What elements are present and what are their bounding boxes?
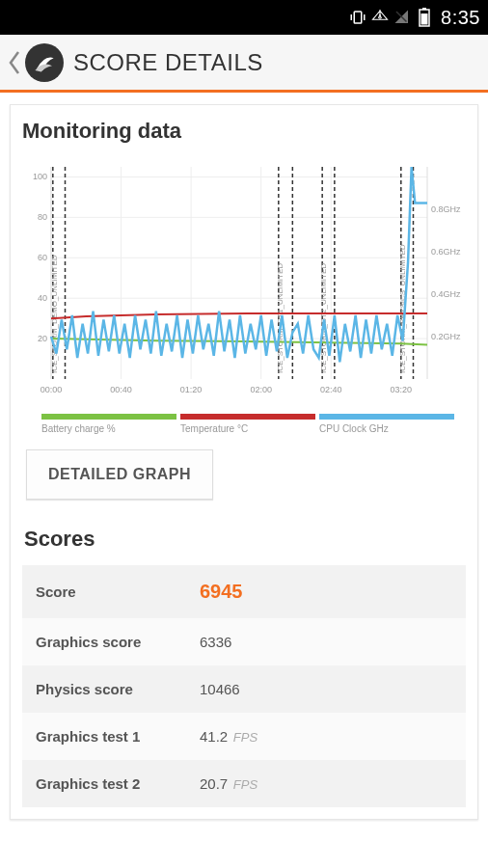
score-label: Score [36,583,200,600]
legend-bar-battery [41,414,176,420]
score-value: 20.7 FPS [200,775,258,792]
page-title: SCORE DETAILS [73,49,263,76]
svg-text:02:00: 02:00 [250,385,272,394]
score-suffix: FPS [230,777,258,792]
monitoring-chart[interactable]: 204060801000.2GHz0.4GHz0.6GHz0.8GHz00:00… [22,157,466,408]
legend-bar-cpu [319,414,454,420]
svg-text:ICE_STORM_GT2_UNLIMITED: ICE_STORM_GT2_UNLIMITED [319,263,328,373]
content-card: Monitoring data 204060801000.2GHz0.4GHz0… [10,104,478,820]
status-bar: A 8:35 [0,0,488,35]
svg-text:03:20: 03:20 [391,385,413,394]
monitoring-title: Monitoring data [22,119,466,144]
svg-text:A: A [378,14,383,19]
svg-text:01:20: 01:20 [180,385,203,394]
score-suffix: FPS [230,730,258,745]
wifi-icon: A [371,9,389,26]
app-logo-icon [25,43,64,82]
score-label: Graphics score [36,634,200,650]
legend-bars [41,414,466,420]
legend-label-cpu: CPU Clock GHz [319,423,454,434]
svg-text:ICE_STORM_DEMO_UNLIMITED: ICE_STORM_DEMO_UNLIMITED [50,255,59,373]
score-row: Graphics test 141.2 FPS [22,713,466,760]
svg-text:80: 80 [38,212,47,222]
score-row: Physics score10466 [22,665,466,713]
svg-text:00:40: 00:40 [110,385,132,394]
score-row: Graphics score6336 [22,618,466,665]
score-label: Graphics test 2 [36,775,200,792]
signal-icon [393,9,411,26]
svg-rect-0 [354,12,362,23]
score-row: Graphics test 220.7 FPS [22,760,466,807]
scores-title: Scores [24,527,466,552]
back-button[interactable] [8,43,64,82]
detailed-graph-button[interactable]: DETAILED GRAPH [26,449,213,500]
score-label: Physics score [36,681,200,697]
score-value: 10466 [200,681,240,697]
svg-text:0.6GHz: 0.6GHz [431,247,461,257]
svg-text:0.4GHz: 0.4GHz [431,289,461,299]
svg-text:00:00: 00:00 [41,385,63,394]
svg-text:40: 40 [38,293,47,303]
chevron-left-icon [8,50,21,75]
svg-rect-7 [421,14,428,25]
score-label: Graphics test 1 [36,728,200,745]
svg-text:0.8GHz: 0.8GHz [431,204,461,214]
score-value: 41.2 FPS [200,728,258,745]
score-value: 6336 [200,634,231,650]
legend-label-battery: Battery charge % [41,423,180,434]
svg-text:0.2GHz: 0.2GHz [431,332,461,341]
svg-text:60: 60 [38,253,47,262]
legend-label-temperature: Temperature °C [180,423,319,434]
app-header: SCORE DETAILS [0,35,488,93]
svg-text:02:40: 02:40 [320,385,342,394]
svg-rect-6 [422,8,426,10]
score-value: 6945 [200,581,243,603]
legend-labels: Battery charge % Temperature °C CPU Cloc… [41,423,466,434]
svg-text:100: 100 [33,172,47,181]
status-time: 8:35 [441,7,480,29]
legend-bar-temperature [180,414,315,420]
battery-icon [416,9,433,26]
scores-table: Score6945Graphics score6336Physics score… [22,565,466,807]
score-row: Score6945 [22,565,466,618]
svg-text:20: 20 [38,334,47,343]
vibrate-icon [349,9,366,26]
chart-svg: 204060801000.2GHz0.4GHz0.6GHz0.8GHz00:00… [22,157,466,408]
